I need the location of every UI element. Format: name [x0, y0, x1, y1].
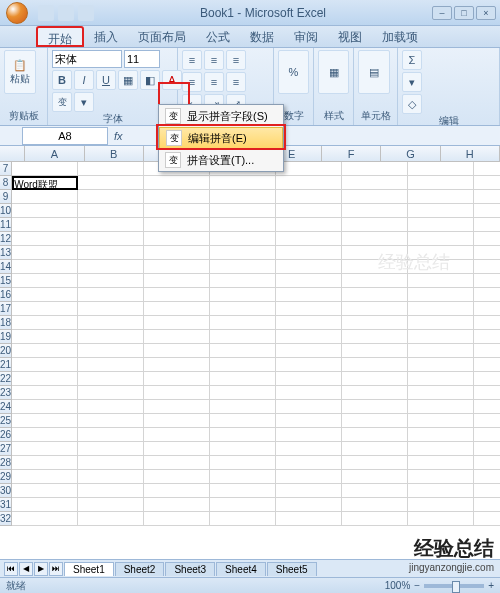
cell[interactable] — [474, 344, 500, 358]
cell[interactable] — [342, 316, 408, 330]
sheet-tab-3[interactable]: Sheet3 — [165, 562, 215, 576]
cell[interactable] — [276, 246, 342, 260]
row-header[interactable]: 26 — [0, 428, 12, 442]
cell[interactable] — [342, 484, 408, 498]
cell[interactable] — [474, 512, 500, 526]
cell[interactable] — [78, 330, 144, 344]
cell[interactable] — [276, 372, 342, 386]
cell[interactable] — [210, 246, 276, 260]
cell[interactable] — [144, 428, 210, 442]
cell[interactable] — [12, 218, 78, 232]
cell[interactable] — [210, 204, 276, 218]
cell[interactable] — [342, 232, 408, 246]
cell[interactable] — [408, 456, 474, 470]
cell[interactable] — [342, 218, 408, 232]
cell[interactable] — [276, 162, 342, 176]
cell[interactable] — [210, 302, 276, 316]
cell[interactable] — [408, 484, 474, 498]
cell[interactable] — [408, 372, 474, 386]
cell[interactable] — [144, 414, 210, 428]
cell[interactable] — [210, 456, 276, 470]
cell[interactable] — [276, 316, 342, 330]
cell[interactable] — [408, 442, 474, 456]
tab-home[interactable]: 开始 — [36, 26, 84, 47]
cell[interactable] — [78, 288, 144, 302]
col-header-B[interactable]: B — [85, 146, 144, 161]
cell[interactable] — [342, 400, 408, 414]
cell[interactable] — [276, 400, 342, 414]
cell[interactable] — [408, 274, 474, 288]
cell[interactable] — [78, 470, 144, 484]
cell[interactable] — [144, 288, 210, 302]
cell[interactable] — [342, 498, 408, 512]
row-header[interactable]: 16 — [0, 288, 12, 302]
cell[interactable] — [12, 232, 78, 246]
cell[interactable] — [342, 302, 408, 316]
cell[interactable] — [12, 442, 78, 456]
row-header[interactable]: 15 — [0, 274, 12, 288]
fill-button[interactable]: ▾ — [402, 72, 422, 92]
cell[interactable] — [276, 288, 342, 302]
cell[interactable] — [474, 372, 500, 386]
sheet-tab-5[interactable]: Sheet5 — [267, 562, 317, 576]
clear-button[interactable]: ◇ — [402, 94, 422, 114]
cell[interactable] — [144, 372, 210, 386]
cell[interactable] — [408, 232, 474, 246]
row-header[interactable]: 10 — [0, 204, 12, 218]
cell[interactable] — [276, 232, 342, 246]
cell[interactable] — [144, 232, 210, 246]
cell[interactable] — [12, 274, 78, 288]
office-button[interactable] — [0, 0, 34, 26]
cell[interactable] — [144, 456, 210, 470]
cell[interactable] — [144, 386, 210, 400]
cell[interactable] — [408, 162, 474, 176]
cell[interactable] — [276, 470, 342, 484]
cell[interactable] — [210, 442, 276, 456]
minimize-button[interactable]: – — [432, 6, 452, 20]
sheet-nav-last[interactable]: ⏭ — [49, 562, 63, 576]
row-header[interactable]: 18 — [0, 316, 12, 330]
cell[interactable] — [342, 512, 408, 526]
bold-button[interactable]: B — [52, 70, 72, 90]
cell[interactable] — [78, 246, 144, 260]
cell[interactable] — [342, 456, 408, 470]
cell[interactable] — [210, 484, 276, 498]
cell[interactable] — [78, 358, 144, 372]
cell[interactable] — [78, 498, 144, 512]
align-right-icon[interactable]: ≡ — [226, 72, 246, 92]
cell[interactable] — [144, 400, 210, 414]
sheet-nav-next[interactable]: ▶ — [34, 562, 48, 576]
zoom-slider[interactable] — [424, 584, 484, 588]
underline-button[interactable]: U — [96, 70, 116, 90]
cell[interactable] — [408, 302, 474, 316]
cell[interactable] — [210, 386, 276, 400]
row-header[interactable]: 20 — [0, 344, 12, 358]
cell[interactable] — [276, 260, 342, 274]
font-size-select[interactable] — [124, 50, 160, 68]
row-header[interactable]: 9 — [0, 190, 12, 204]
cell[interactable] — [342, 372, 408, 386]
row-header[interactable]: 29 — [0, 470, 12, 484]
row-header[interactable]: 28 — [0, 456, 12, 470]
cell[interactable] — [342, 442, 408, 456]
cell[interactable] — [78, 274, 144, 288]
zoom-in-button[interactable]: + — [488, 580, 494, 591]
border-button[interactable]: ▦ — [118, 70, 138, 90]
cell[interactable] — [276, 414, 342, 428]
row-header[interactable]: 13 — [0, 246, 12, 260]
cell[interactable] — [474, 470, 500, 484]
cell[interactable] — [210, 218, 276, 232]
cell[interactable] — [12, 484, 78, 498]
sheet-tab-4[interactable]: Sheet4 — [216, 562, 266, 576]
menu-pinyin-settings[interactable]: 变 拼音设置(T)... — [159, 149, 283, 171]
menu-show-pinyin-field[interactable]: 变 显示拼音字段(S) — [159, 105, 283, 127]
cell[interactable] — [12, 470, 78, 484]
cell[interactable] — [474, 330, 500, 344]
row-header[interactable]: 7 — [0, 162, 12, 176]
tab-view[interactable]: 视图 — [328, 26, 372, 47]
cell[interactable] — [276, 344, 342, 358]
row-header[interactable]: 11 — [0, 218, 12, 232]
cell[interactable] — [144, 302, 210, 316]
cell[interactable] — [342, 246, 408, 260]
name-box[interactable]: A8 — [22, 127, 108, 145]
